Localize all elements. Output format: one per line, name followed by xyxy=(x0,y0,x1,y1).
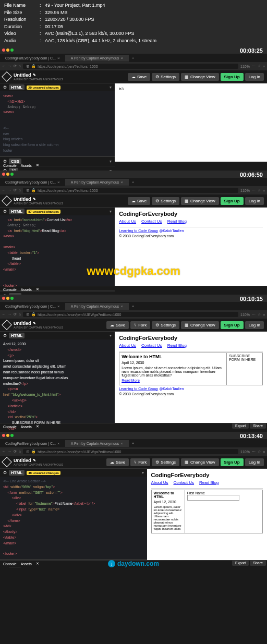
forward-icon[interactable]: → xyxy=(8,188,11,192)
author-link[interactable]: @KalobTaulien xyxy=(159,387,184,391)
author-link[interactable]: @KalobTaulien xyxy=(159,229,184,233)
codepen-logo-icon[interactable] xyxy=(2,196,12,206)
signup-button[interactable]: Sign Up xyxy=(221,73,244,81)
signup-button[interactable]: Sign Up xyxy=(221,197,244,205)
assets-tab[interactable]: Assets xyxy=(21,164,32,167)
html-editor-header[interactable]: ⚙HTML20 unsaved changes ▾ xyxy=(0,83,115,91)
minimize-icon[interactable] xyxy=(6,48,9,52)
close-icon[interactable]: × xyxy=(57,56,60,60)
close-icon[interactable] xyxy=(2,48,5,52)
signup-button[interactable]: Sign Up xyxy=(221,458,244,466)
nav-contact[interactable]: Contact Us xyxy=(174,480,195,485)
nav-about[interactable]: About Us xyxy=(119,219,136,224)
more-icon[interactable]: ⋯ xyxy=(252,64,256,68)
html-editor-header[interactable]: ⚙HTML48 unsaved changes▾ xyxy=(0,469,147,477)
html-editor-header[interactable]: ⚙HTML▾ xyxy=(0,332,115,339)
tab-codepen[interactable]: A Pen by Captain Anonymous× xyxy=(66,179,129,186)
address-input[interactable]: ⛨🔒https://codepen.io/anon/pen/VJBWga?edi… xyxy=(23,449,238,454)
home-icon[interactable]: ⌂ xyxy=(19,64,21,68)
close-icon[interactable]: × xyxy=(57,180,60,185)
reload-icon[interactable]: ⟳ xyxy=(14,64,17,68)
codepen-logo-icon[interactable] xyxy=(2,320,12,330)
pencil-icon[interactable]: ✎ xyxy=(33,458,36,463)
learning-link[interactable]: Learning to Code Group xyxy=(119,387,158,391)
star-icon[interactable]: ☆ xyxy=(258,312,261,317)
close-icon[interactable] xyxy=(2,173,5,176)
pen-title[interactable]: Untitled✎ xyxy=(14,321,63,326)
chevron-down-icon[interactable]: ▾ xyxy=(110,333,112,338)
nav-blog[interactable]: Read Blog xyxy=(167,343,187,348)
close-icon[interactable]: × xyxy=(120,304,123,309)
css-editor-header[interactable]: ⚙CSS▾ xyxy=(0,156,115,166)
share-button[interactable]: Share xyxy=(250,560,266,566)
menu-icon[interactable]: ≡ xyxy=(263,65,265,68)
html-code-editor[interactable]: <a href="contact.html">Contact Us</a> &n… xyxy=(0,215,115,290)
tab-codingforeverybody[interactable]: CodingForEverybody.com | C...× xyxy=(0,440,66,447)
login-button[interactable]: Log In xyxy=(245,73,264,81)
html-editor-header[interactable]: ⚙HTML87 unsaved changes▾ xyxy=(0,208,115,215)
firstname-input[interactable] xyxy=(187,495,239,501)
forward-icon[interactable]: → xyxy=(8,64,11,68)
assets-tab[interactable]: Assets xyxy=(21,562,32,566)
home-icon[interactable]: ⌂ xyxy=(19,449,21,454)
html-code-editor[interactable]: <nav> <h3></h3> &nbsp; &nbsp; </nav> <!-… xyxy=(0,91,115,156)
delete-icon[interactable]: ✕ xyxy=(36,163,39,167)
back-icon[interactable]: ← xyxy=(2,312,6,317)
console-tab[interactable]: Console xyxy=(3,425,17,429)
star-icon[interactable]: ☆ xyxy=(258,188,261,192)
home-icon[interactable]: ⌂ xyxy=(19,312,21,317)
close-icon[interactable]: × xyxy=(57,304,60,309)
nav-blog[interactable]: Read Blog xyxy=(167,219,187,224)
learning-link[interactable]: Learning to Code Group xyxy=(119,229,158,233)
settings-button[interactable]: ⚙Settings xyxy=(152,73,179,81)
save-button[interactable]: ☁Save xyxy=(128,197,150,205)
pen-title[interactable]: Untitled✎ xyxy=(14,458,63,463)
share-button[interactable]: Share xyxy=(250,423,266,429)
console-tab[interactable]: Console xyxy=(3,562,17,566)
chevron-down-icon[interactable]: ▾ xyxy=(142,470,144,475)
address-input[interactable]: ⛨🔒https://codepen.io/pen/?editors=1000 xyxy=(23,64,238,69)
close-icon[interactable] xyxy=(2,434,5,437)
menu-icon[interactable]: ≡ xyxy=(263,313,265,317)
delete-icon[interactable]: ✕ xyxy=(36,562,39,566)
tab-codingforeverybody[interactable]: CodingForEverybody.com | C...× xyxy=(0,179,66,186)
change-view-button[interactable]: ▦Change View xyxy=(181,458,219,466)
fork-button[interactable]: ⑂Fork xyxy=(130,321,150,329)
login-button[interactable]: Log In xyxy=(245,197,264,205)
login-button[interactable]: Log In xyxy=(245,458,264,466)
address-input[interactable]: ⛨🔒https://codepen.io/anon/pen/VJBWga?edi… xyxy=(23,312,238,317)
chevron-down-icon[interactable]: ▾ xyxy=(110,159,112,164)
change-view-button[interactable]: ▦Change View xyxy=(181,73,219,81)
new-tab-button[interactable]: + xyxy=(129,56,137,60)
maximize-icon[interactable] xyxy=(10,173,14,176)
chevron-down-icon[interactable]: ▾ xyxy=(110,85,112,90)
tab-codepen[interactable]: A Pen by Captain Anonymous× xyxy=(66,440,129,447)
read-more-link[interactable]: Read More xyxy=(122,379,140,382)
html-code-editor[interactable]: <!-- End Article Section --> <td width="… xyxy=(0,477,147,559)
delete-icon[interactable]: ✕ xyxy=(36,424,39,429)
chevron-down-icon[interactable]: ▾ xyxy=(110,209,112,214)
menu-icon[interactable]: ≡ xyxy=(263,189,265,192)
pen-title[interactable]: Untitled✎ xyxy=(14,197,63,202)
new-tab-button[interactable]: + xyxy=(129,442,137,445)
save-button[interactable]: ☁Save xyxy=(128,73,150,81)
delete-icon[interactable]: ✕ xyxy=(36,287,39,291)
close-icon[interactable]: × xyxy=(120,441,123,446)
minimize-icon[interactable] xyxy=(6,173,9,176)
tab-codingforeverybody[interactable]: CodingForEverybody.com | C...× xyxy=(0,55,66,62)
pen-title[interactable]: Untitled✎ xyxy=(14,72,63,78)
forward-icon[interactable]: → xyxy=(8,312,11,317)
login-button[interactable]: Log In xyxy=(245,321,264,329)
pencil-icon[interactable]: ✎ xyxy=(33,197,36,201)
codepen-logo-icon[interactable] xyxy=(2,457,12,467)
close-icon[interactable]: × xyxy=(120,56,123,60)
new-tab-button[interactable]: + xyxy=(129,305,137,308)
console-tab[interactable]: Console xyxy=(3,164,17,167)
tab-codepen[interactable]: A Pen by Captain Anonymous× xyxy=(66,303,129,310)
reload-icon[interactable]: ⟳ xyxy=(14,449,17,454)
console-tab[interactable]: Console xyxy=(3,288,17,291)
html-code-editor[interactable]: April 12, 2030 </small> <p> Lorem ipsum,… xyxy=(0,339,115,434)
star-icon[interactable]: ☆ xyxy=(258,449,261,454)
forward-icon[interactable]: → xyxy=(8,449,11,454)
star-icon[interactable]: ☆ xyxy=(258,64,261,68)
